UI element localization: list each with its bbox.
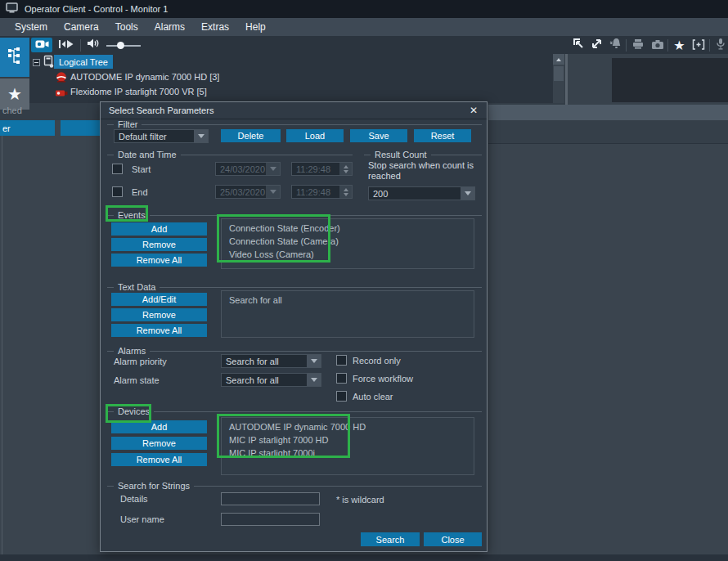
list-item[interactable]: Connection State (Encoder) (229, 222, 474, 235)
reset-button[interactable]: Reset (414, 129, 471, 142)
delete-button[interactable]: Delete (221, 129, 281, 142)
menu-camera[interactable]: Camera (56, 18, 107, 36)
snapshot-button[interactable] (649, 38, 665, 52)
tree-node-label: AUTODOME IP dynamic 7000 HD [3] (70, 72, 219, 82)
scrollbar-thumb[interactable] (554, 66, 564, 81)
end-time-spinner[interactable]: 11:29:48 (291, 185, 353, 199)
list-item[interactable]: AUTODOME IP dynamic 7000 HD (229, 420, 474, 433)
force-workflow-checkbox[interactable] (336, 373, 347, 384)
end-time-value: 11:29:48 (296, 187, 330, 197)
list-item[interactable]: Connection State (Camera) (229, 235, 474, 248)
logical-tree-root-icon (43, 55, 54, 71)
list-item[interactable]: MIC IP starlight 7000 HD (229, 433, 474, 447)
alarm-priority-dropdown[interactable]: Search for all (221, 354, 321, 368)
chevron-down-icon[interactable] (461, 187, 474, 200)
toolbar-separator (80, 39, 81, 52)
auto-clear-checkbox[interactable] (336, 391, 347, 402)
devices-remove-button[interactable]: Remove (111, 437, 207, 450)
scrollbar-up-button[interactable] (553, 54, 564, 65)
devices-remove-all-button[interactable]: Remove All (111, 453, 207, 466)
close-icon[interactable]: ✕ (467, 104, 480, 117)
end-date-dropdown[interactable]: 25/03/2020 (215, 185, 281, 199)
filter-dropdown[interactable]: Default filter (114, 129, 209, 143)
result-count-dropdown[interactable]: 200 (368, 186, 475, 200)
microphone-button[interactable] (712, 38, 728, 52)
events-remove-button[interactable]: Remove (111, 238, 207, 251)
search-button[interactable]: Search (361, 532, 420, 546)
logical-tree-icon (6, 47, 24, 68)
menu-help[interactable]: Help (237, 18, 274, 36)
clipped-button-2[interactable] (61, 120, 100, 136)
tree-node-autodome[interactable]: AUTODOME IP dynamic 7000 HD [3] (70, 72, 219, 82)
chevron-down-icon[interactable] (307, 355, 321, 367)
volume-slider-knob[interactable] (117, 42, 124, 49)
menubar: System Camera Tools Alarms Extras Help (0, 18, 728, 36)
chevron-down-icon[interactable] (266, 163, 280, 175)
force-workflow-label: Force workflow (353, 374, 413, 384)
favorites-star-icon: ★ (7, 84, 22, 104)
menu-alarms[interactable]: Alarms (146, 18, 193, 36)
favorite-button[interactable]: ★ (672, 38, 687, 52)
tree-node-flexidome[interactable]: Flexidome IP starlight 7000 VR [5] (70, 87, 207, 96)
end-checkbox[interactable] (112, 186, 123, 197)
username-input[interactable] (221, 513, 320, 526)
clipped-button[interactable]: er (0, 120, 55, 136)
devices-group-label: Devices (114, 406, 154, 417)
load-button[interactable]: Load (286, 129, 344, 142)
spinner-arrows-icon[interactable] (339, 186, 352, 198)
text-data-remove-button[interactable]: Remove (111, 308, 207, 321)
menu-system[interactable]: System (7, 18, 56, 36)
record-only-checkbox[interactable] (336, 355, 347, 366)
camera-mode-button[interactable] (31, 38, 52, 52)
chevron-down-icon[interactable] (307, 374, 321, 386)
alarm-bell-icon (609, 38, 622, 53)
instant-playback-button[interactable] (57, 38, 75, 52)
expand-arrows-icon (591, 38, 603, 53)
list-item[interactable]: Video Loss (Camera) (229, 248, 474, 261)
audio-button[interactable] (85, 38, 101, 52)
tree-expander-icon[interactable] (33, 59, 40, 66)
details-label: Details (120, 494, 148, 504)
text-data-remove-all-button[interactable]: Remove All (111, 324, 207, 337)
tree-scrollbar[interactable] (553, 54, 564, 103)
list-item[interactable]: MIC IP starlight 7000i (229, 447, 474, 460)
clipped-button-label: er (2, 123, 11, 133)
filter-dropdown-value: Default filter (119, 132, 167, 141)
events-add-button[interactable]: Add (111, 222, 207, 236)
close-button[interactable]: Close (424, 532, 482, 546)
result-count-hint: Stop search when count is reached (368, 160, 481, 182)
devices-add-button[interactable]: Add (111, 420, 207, 433)
maximize-pane-button[interactable] (589, 38, 604, 52)
chevron-down-icon[interactable] (266, 186, 280, 198)
restore-layout-button[interactable] (571, 38, 586, 52)
start-checkbox[interactable] (112, 164, 123, 174)
devices-list[interactable]: AUTODOME IP dynamic 7000 HD MIC IP starl… (221, 417, 474, 475)
text-data-add-edit-button[interactable]: Add/Edit (111, 293, 207, 306)
list-item[interactable]: Search for all (229, 294, 474, 307)
sidebar-tab-logical-tree[interactable] (0, 38, 29, 77)
save-button[interactable]: Save (350, 129, 407, 142)
alarm-button[interactable] (608, 38, 623, 52)
triangle-up-icon (556, 58, 561, 61)
print-button[interactable] (630, 38, 645, 52)
add-bookmark-button[interactable] (690, 38, 706, 52)
events-remove-all-button[interactable]: Remove All (111, 254, 207, 267)
alarm-state-dropdown[interactable]: Search for all (221, 373, 321, 387)
toolbar-separator (626, 39, 627, 52)
spinner-arrows-icon[interactable] (339, 163, 352, 175)
start-time-spinner[interactable]: 11:29:48 (291, 162, 353, 176)
chevron-down-icon[interactable] (194, 130, 208, 142)
menu-tools[interactable]: Tools (107, 18, 146, 36)
clipped-panel-text: ched (2, 105, 22, 115)
start-date-dropdown[interactable]: 24/03/2020 (215, 162, 281, 176)
events-group: Events (107, 215, 482, 216)
text-data-group: Text Data (107, 287, 482, 288)
tree-node-logical-tree[interactable]: Logical Tree (54, 55, 113, 69)
details-input[interactable] (221, 492, 320, 505)
events-list[interactable]: Connection State (Encoder) Connection St… (221, 218, 474, 269)
menu-extras[interactable]: Extras (193, 18, 237, 36)
alarm-priority-value: Search for all (226, 357, 279, 366)
video-pane[interactable] (612, 58, 728, 102)
text-data-list[interactable]: Search for all (221, 290, 474, 338)
filter-group: Filter (107, 124, 482, 125)
